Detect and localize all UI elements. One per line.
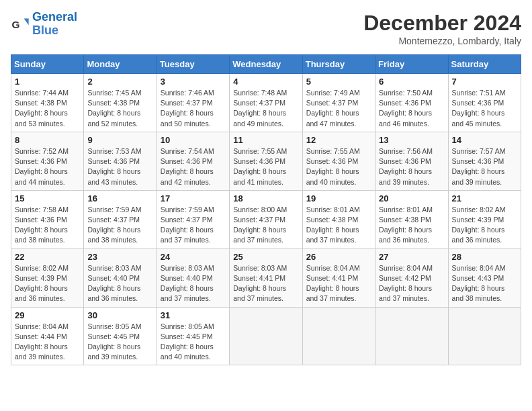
day-number: 2	[87, 77, 152, 87]
calendar-cell: 9 Sunrise: 7:53 AM Sunset: 4:36 PM Dayli…	[84, 132, 157, 190]
calendar-cell: 23 Sunrise: 8:03 AM Sunset: 4:40 PM Dayl…	[84, 248, 157, 307]
calendar-cell: 7 Sunrise: 7:51 AM Sunset: 4:36 PM Dayli…	[448, 74, 521, 132]
calendar-cell: 19 Sunrise: 8:01 AM Sunset: 4:38 PM Dayl…	[302, 190, 375, 248]
calendar-cell: 3 Sunrise: 7:46 AM Sunset: 4:37 PM Dayli…	[157, 74, 229, 132]
calendar-cell	[230, 307, 302, 365]
day-number: 1	[15, 77, 80, 87]
calendar-cell	[448, 307, 521, 365]
day-info: Sunrise: 7:51 AM Sunset: 4:36 PM Dayligh…	[452, 88, 517, 129]
month-title: December 2024	[363, 11, 521, 36]
day-number: 26	[306, 252, 371, 262]
svg-text:G: G	[11, 18, 19, 30]
day-number: 14	[452, 135, 517, 145]
day-info: Sunrise: 7:57 AM Sunset: 4:36 PM Dayligh…	[452, 146, 517, 187]
day-number: 12	[306, 135, 371, 145]
day-number: 4	[233, 77, 298, 87]
day-info: Sunrise: 7:53 AM Sunset: 4:36 PM Dayligh…	[87, 146, 152, 187]
day-number: 13	[379, 135, 444, 145]
calendar-cell: 4 Sunrise: 7:48 AM Sunset: 4:37 PM Dayli…	[230, 74, 302, 132]
logo: G General Blue	[11, 11, 77, 38]
day-info: Sunrise: 8:04 AM Sunset: 4:42 PM Dayligh…	[379, 263, 444, 304]
day-number: 23	[87, 252, 152, 262]
day-number: 28	[452, 252, 517, 262]
day-number: 5	[306, 77, 371, 87]
day-info: Sunrise: 7:59 AM Sunset: 4:37 PM Dayligh…	[161, 205, 226, 246]
weekday-header-row: SundayMondayTuesdayWednesdayThursdayFrid…	[11, 55, 521, 74]
calendar-cell: 13 Sunrise: 7:56 AM Sunset: 4:36 PM Dayl…	[375, 132, 448, 190]
calendar-week-row: 1 Sunrise: 7:44 AM Sunset: 4:38 PM Dayli…	[11, 74, 521, 132]
weekday-header: Saturday	[448, 55, 521, 74]
day-info: Sunrise: 7:58 AM Sunset: 4:36 PM Dayligh…	[15, 205, 80, 246]
day-info: Sunrise: 8:05 AM Sunset: 4:45 PM Dayligh…	[87, 322, 152, 363]
day-number: 15	[15, 193, 80, 203]
calendar-week-row: 15 Sunrise: 7:58 AM Sunset: 4:36 PM Dayl…	[11, 190, 521, 248]
calendar-cell: 11 Sunrise: 7:55 AM Sunset: 4:36 PM Dayl…	[230, 132, 302, 190]
weekday-header: Friday	[375, 55, 448, 74]
day-number: 19	[306, 193, 371, 203]
calendar-week-row: 29 Sunrise: 8:04 AM Sunset: 4:44 PM Dayl…	[11, 307, 521, 365]
day-number: 27	[379, 252, 444, 262]
day-info: Sunrise: 8:00 AM Sunset: 4:37 PM Dayligh…	[233, 205, 298, 246]
day-number: 3	[161, 77, 226, 87]
day-number: 30	[87, 310, 152, 320]
calendar-cell: 17 Sunrise: 7:59 AM Sunset: 4:37 PM Dayl…	[157, 190, 229, 248]
weekday-header: Wednesday	[230, 55, 302, 74]
day-info: Sunrise: 8:04 AM Sunset: 4:41 PM Dayligh…	[306, 263, 371, 304]
calendar-cell: 31 Sunrise: 8:05 AM Sunset: 4:45 PM Dayl…	[157, 307, 229, 365]
logo-icon: G	[11, 15, 30, 34]
calendar-cell	[375, 307, 448, 365]
day-number: 21	[452, 193, 517, 203]
day-info: Sunrise: 7:55 AM Sunset: 4:36 PM Dayligh…	[306, 146, 371, 187]
day-info: Sunrise: 7:45 AM Sunset: 4:38 PM Dayligh…	[87, 88, 152, 129]
day-info: Sunrise: 7:52 AM Sunset: 4:36 PM Dayligh…	[15, 146, 80, 187]
day-number: 29	[15, 310, 80, 320]
day-info: Sunrise: 7:56 AM Sunset: 4:36 PM Dayligh…	[379, 146, 444, 187]
day-number: 10	[161, 135, 226, 145]
day-info: Sunrise: 8:03 AM Sunset: 4:40 PM Dayligh…	[87, 263, 152, 304]
calendar-cell: 15 Sunrise: 7:58 AM Sunset: 4:36 PM Dayl…	[11, 190, 84, 248]
location: Montemezzo, Lombardy, Italy	[363, 36, 521, 46]
day-info: Sunrise: 8:03 AM Sunset: 4:41 PM Dayligh…	[233, 263, 298, 304]
calendar-week-row: 8 Sunrise: 7:52 AM Sunset: 4:36 PM Dayli…	[11, 132, 521, 190]
calendar-cell: 12 Sunrise: 7:55 AM Sunset: 4:36 PM Dayl…	[302, 132, 375, 190]
weekday-header: Sunday	[11, 55, 84, 74]
weekday-header: Monday	[84, 55, 157, 74]
day-info: Sunrise: 8:01 AM Sunset: 4:38 PM Dayligh…	[306, 205, 371, 246]
calendar-cell: 8 Sunrise: 7:52 AM Sunset: 4:36 PM Dayli…	[11, 132, 84, 190]
calendar-cell: 21 Sunrise: 8:02 AM Sunset: 4:39 PM Dayl…	[448, 190, 521, 248]
day-info: Sunrise: 8:02 AM Sunset: 4:39 PM Dayligh…	[452, 205, 517, 246]
day-number: 7	[452, 77, 517, 87]
calendar-table: SundayMondayTuesdayWednesdayThursdayFrid…	[11, 54, 521, 365]
calendar-cell: 1 Sunrise: 7:44 AM Sunset: 4:38 PM Dayli…	[11, 74, 84, 132]
day-info: Sunrise: 7:55 AM Sunset: 4:36 PM Dayligh…	[233, 146, 298, 187]
day-info: Sunrise: 8:02 AM Sunset: 4:39 PM Dayligh…	[15, 263, 80, 304]
day-info: Sunrise: 7:59 AM Sunset: 4:37 PM Dayligh…	[87, 205, 152, 246]
calendar-cell: 20 Sunrise: 8:01 AM Sunset: 4:38 PM Dayl…	[375, 190, 448, 248]
day-info: Sunrise: 7:49 AM Sunset: 4:37 PM Dayligh…	[306, 88, 371, 129]
day-number: 18	[233, 193, 298, 203]
calendar-cell: 14 Sunrise: 7:57 AM Sunset: 4:36 PM Dayl…	[448, 132, 521, 190]
day-info: Sunrise: 8:01 AM Sunset: 4:38 PM Dayligh…	[379, 205, 444, 246]
day-number: 20	[379, 193, 444, 203]
svg-marker-1	[24, 18, 29, 25]
day-number: 9	[87, 135, 152, 145]
day-number: 11	[233, 135, 298, 145]
calendar-cell: 26 Sunrise: 8:04 AM Sunset: 4:41 PM Dayl…	[302, 248, 375, 307]
day-number: 16	[87, 193, 152, 203]
weekday-header: Tuesday	[157, 55, 229, 74]
calendar-cell: 29 Sunrise: 8:04 AM Sunset: 4:44 PM Dayl…	[11, 307, 84, 365]
logo-general: General	[32, 10, 77, 24]
day-info: Sunrise: 8:05 AM Sunset: 4:45 PM Dayligh…	[161, 322, 226, 363]
calendar-cell: 6 Sunrise: 7:50 AM Sunset: 4:36 PM Dayli…	[375, 74, 448, 132]
day-number: 17	[161, 193, 226, 203]
day-number: 6	[379, 77, 444, 87]
calendar-cell: 16 Sunrise: 7:59 AM Sunset: 4:37 PM Dayl…	[84, 190, 157, 248]
calendar-cell: 24 Sunrise: 8:03 AM Sunset: 4:40 PM Dayl…	[157, 248, 229, 307]
weekday-header: Thursday	[302, 55, 375, 74]
day-number: 25	[233, 252, 298, 262]
day-info: Sunrise: 8:03 AM Sunset: 4:40 PM Dayligh…	[161, 263, 226, 304]
calendar-cell: 18 Sunrise: 8:00 AM Sunset: 4:37 PM Dayl…	[230, 190, 302, 248]
calendar-cell: 28 Sunrise: 8:04 AM Sunset: 4:43 PM Dayl…	[448, 248, 521, 307]
calendar-cell	[302, 307, 375, 365]
day-info: Sunrise: 7:44 AM Sunset: 4:38 PM Dayligh…	[15, 88, 80, 129]
